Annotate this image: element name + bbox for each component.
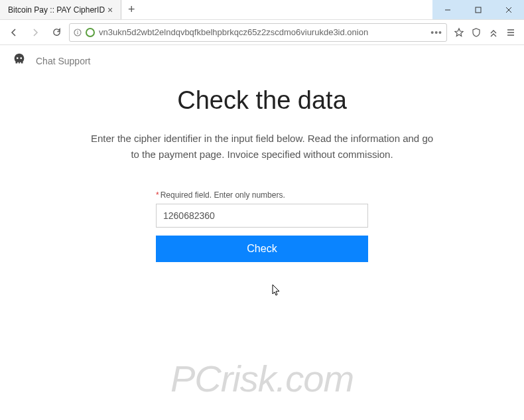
watermark: PCrisk.com — [170, 357, 354, 400]
page-description: Enter the cipher identifier in the input… — [90, 131, 434, 163]
browser-toolbar: ••• — [0, 20, 524, 45]
check-button[interactable]: Check — [156, 236, 368, 262]
onion-site-icon — [86, 28, 95, 37]
close-tab-icon[interactable]: × — [105, 5, 115, 15]
svg-rect-6 — [77, 32, 78, 34]
menu-icon[interactable] — [505, 27, 516, 38]
cipher-form: *Required field. Enter only numbers. Che… — [156, 190, 368, 262]
window-controls — [432, 0, 524, 19]
minimize-button[interactable] — [432, 0, 463, 19]
skull-logo-icon — [12, 52, 27, 70]
cursor-icon — [272, 284, 281, 297]
main-content: Check the data Enter the cipher identifi… — [0, 77, 524, 262]
page-actions-icon[interactable]: ••• — [430, 27, 442, 38]
new-tab-button[interactable]: + — [121, 0, 141, 19]
reload-button[interactable] — [48, 24, 65, 41]
info-icon[interactable] — [74, 29, 82, 36]
cipher-id-input[interactable] — [156, 204, 368, 228]
url-input[interactable] — [99, 27, 426, 37]
svg-rect-1 — [476, 7, 481, 13]
address-bar[interactable]: ••• — [69, 23, 447, 42]
titlebar: Bitcoin Pay :: PAY CipherID × + — [0, 0, 524, 20]
maximize-button[interactable] — [463, 0, 493, 19]
forward-button[interactable] — [27, 24, 44, 41]
browser-tab[interactable]: Bitcoin Pay :: PAY CipherID × — [0, 0, 121, 19]
page-header: Chat Support — [0, 45, 524, 77]
back-button[interactable] — [5, 24, 23, 41]
bookmark-icon[interactable] — [454, 27, 464, 38]
tab-title: Bitcoin Pay :: PAY CipherID — [8, 5, 105, 15]
security-level-icon[interactable] — [488, 27, 499, 38]
svg-point-5 — [77, 31, 78, 32]
close-window-button[interactable] — [493, 0, 524, 19]
chat-support-link[interactable]: Chat Support — [36, 56, 91, 66]
required-field-label: *Required field. Enter only numbers. — [156, 190, 368, 200]
page-title: Check the data — [0, 86, 524, 115]
shield-icon[interactable] — [471, 27, 482, 38]
